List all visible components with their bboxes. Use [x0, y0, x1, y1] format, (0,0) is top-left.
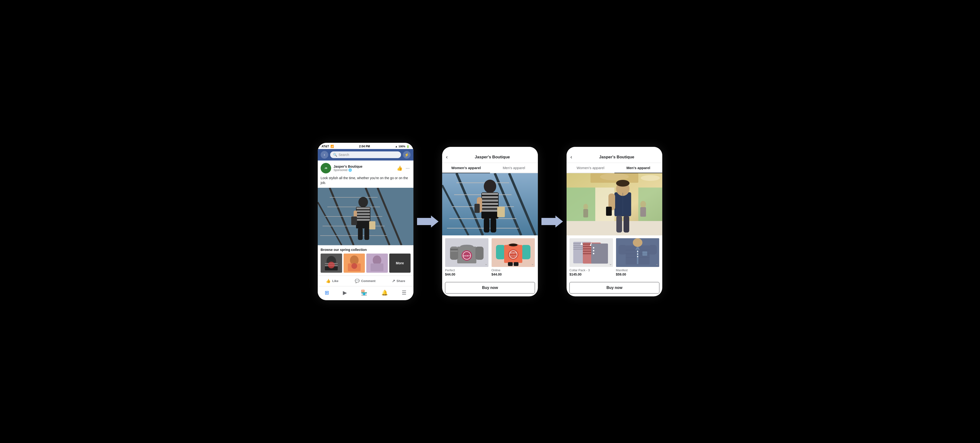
svg-rect-84	[590, 173, 638, 183]
product-card-perfect[interactable]: SOCIETY ⌄ Perfect $44.00	[445, 238, 488, 276]
product-chevron-1: ⌄	[485, 262, 488, 266]
svg-point-131	[633, 238, 643, 247]
product-price-online: $44.00	[492, 272, 535, 276]
carousel-item-1[interactable]	[321, 254, 342, 273]
detail-back-button-1[interactable]: ‹	[446, 154, 448, 160]
wifi-icon: 📶	[331, 145, 334, 148]
svg-text:SOCIETY: SOCIETY	[510, 252, 517, 254]
svg-rect-34	[371, 264, 383, 271]
carousel-item-3[interactable]	[366, 254, 388, 273]
carousel-title: Browse our spring collection	[321, 248, 410, 252]
carousel-item-2[interactable]	[344, 254, 365, 273]
tab-women-apparel-2[interactable]: Women's apparel	[566, 163, 614, 173]
product-img-3	[366, 254, 388, 273]
post-subtitle: Sponsored 🌐	[334, 168, 393, 172]
share-reaction-button[interactable]: ↗ Share	[389, 277, 408, 285]
status-bar: AT&T 📶 2:04 PM ▲ 100% 🔋	[318, 143, 414, 149]
svg-text:SOCIETY: SOCIETY	[463, 255, 471, 257]
tab-men-apparel[interactable]: Men's apparel	[614, 163, 662, 173]
buy-now-bar-1: Buy now	[442, 279, 538, 296]
post-header: JB Jasper's Boutique Sponsored 🌐 👍 ···	[318, 160, 414, 176]
more-label: More	[396, 261, 404, 265]
svg-rect-61	[450, 247, 458, 260]
location-icon: ▲	[395, 145, 398, 148]
svg-rect-67	[450, 249, 458, 250]
carousel-item-more[interactable]: More	[389, 254, 411, 273]
like-reaction-button[interactable]: 👍 Like	[323, 277, 341, 285]
svg-point-78	[509, 243, 517, 246]
comment-reaction-button[interactable]: 💬 Comment	[352, 277, 378, 285]
product-chevron-3: ⌄	[609, 262, 612, 266]
search-icon: 🔍	[333, 153, 337, 157]
svg-point-83	[641, 175, 660, 181]
product-card-online[interactable]: SOCIETY LIVE FREE ⌄ Online $44.00	[492, 238, 535, 276]
messenger-button[interactable]: ⚡	[403, 151, 410, 159]
buy-now-button-1[interactable]: Buy now	[445, 282, 535, 294]
svg-rect-94	[616, 216, 622, 232]
product-img-1	[321, 254, 342, 273]
page-avatar[interactable]: JB	[321, 163, 331, 173]
svg-rect-54	[497, 206, 505, 217]
detail-hero-svg-2	[566, 173, 662, 235]
svg-point-99	[583, 204, 588, 210]
facebook-nav-bar: ‹ 🔍 Search ⚡	[318, 149, 414, 160]
comment-label: Comment	[361, 279, 375, 283]
product-card-img-online: SOCIETY LIVE FREE ⌄	[492, 238, 535, 267]
detail-tabs-2: Women's apparel Men's apparel	[566, 163, 662, 173]
search-bar[interactable]: 🔍 Search	[330, 151, 401, 158]
svg-rect-52	[482, 210, 498, 212]
svg-rect-62	[476, 247, 484, 260]
nav-back-button[interactable]: ‹	[321, 151, 328, 159]
more-overlay[interactable]: More	[389, 254, 411, 273]
product-card-collar[interactable]: ⌄ Collar Pack - 3 $145.00	[570, 238, 613, 276]
detail-title-1: Jasper's Boutique	[450, 155, 534, 160]
svg-rect-79	[508, 262, 513, 266]
buy-now-button-2[interactable]: Buy now	[570, 282, 659, 294]
reaction-bar: 👍 Like 💬 Comment ↗ Share	[318, 276, 414, 286]
status-right: ▲ 100% 🔋	[395, 145, 410, 148]
like-button[interactable]: 👍	[396, 164, 404, 172]
svg-rect-98	[640, 207, 646, 217]
bell-nav-item[interactable]: 🔔	[379, 289, 390, 297]
detail-screen-men: ‹ Jasper's Boutique Women's apparel Men'…	[566, 147, 662, 296]
product-price-collar: $145.00	[570, 272, 613, 276]
product-card-manifest[interactable]: ⌄ Manifest $59.00	[616, 238, 659, 276]
svg-rect-68	[450, 251, 458, 252]
svg-point-97	[640, 201, 646, 208]
detail-header-1: ‹ Jasper's Boutique	[442, 152, 538, 163]
post-hero-image	[318, 188, 414, 245]
tab-women-apparel[interactable]: Women's apparel	[442, 163, 490, 173]
product-grid-1: SOCIETY ⌄ Perfect $44.00	[442, 235, 538, 279]
globe-icon: 🌐	[348, 168, 352, 172]
svg-rect-88	[566, 221, 662, 235]
right-arrow-shape-2	[541, 216, 563, 227]
svg-rect-50	[482, 203, 498, 205]
svg-rect-13	[356, 210, 370, 212]
more-options-button[interactable]: ···	[404, 164, 410, 172]
product-card-img-collar: ⌄	[570, 238, 613, 267]
svg-rect-80	[514, 262, 519, 266]
carousel-items: More	[321, 254, 410, 273]
back-arrow-icon: ‹	[324, 152, 325, 157]
product-price-manifest: $59.00	[616, 272, 659, 276]
product-svg-online: SOCIETY LIVE FREE	[492, 238, 535, 267]
menu-nav-item[interactable]: ☰	[400, 289, 409, 297]
detail-back-button-2[interactable]: ‹	[570, 154, 572, 160]
svg-point-31	[351, 263, 357, 269]
svg-point-115	[593, 247, 594, 249]
comment-icon: 💬	[355, 279, 360, 283]
escalator-image	[318, 188, 414, 245]
video-nav-item[interactable]: ▶	[341, 289, 349, 297]
product-card-img-manifest: ⌄	[616, 238, 659, 267]
shop-nav-item[interactable]: 🏪	[359, 289, 369, 297]
home-icon: ⊞	[325, 290, 329, 296]
product-price-perfect: $44.00	[445, 272, 488, 276]
thumbs-up-icon: 👍	[326, 279, 331, 283]
svg-rect-18	[351, 216, 357, 225]
svg-rect-57	[490, 218, 496, 232]
home-nav-item[interactable]: ⊞	[323, 289, 331, 297]
tab-men-apparel-1[interactable]: Men's apparel	[490, 163, 538, 173]
detail-header-2: ‹ Jasper's Boutique	[566, 152, 662, 163]
page-name[interactable]: Jasper's Boutique	[334, 165, 393, 168]
detail-hero-2	[566, 173, 662, 235]
